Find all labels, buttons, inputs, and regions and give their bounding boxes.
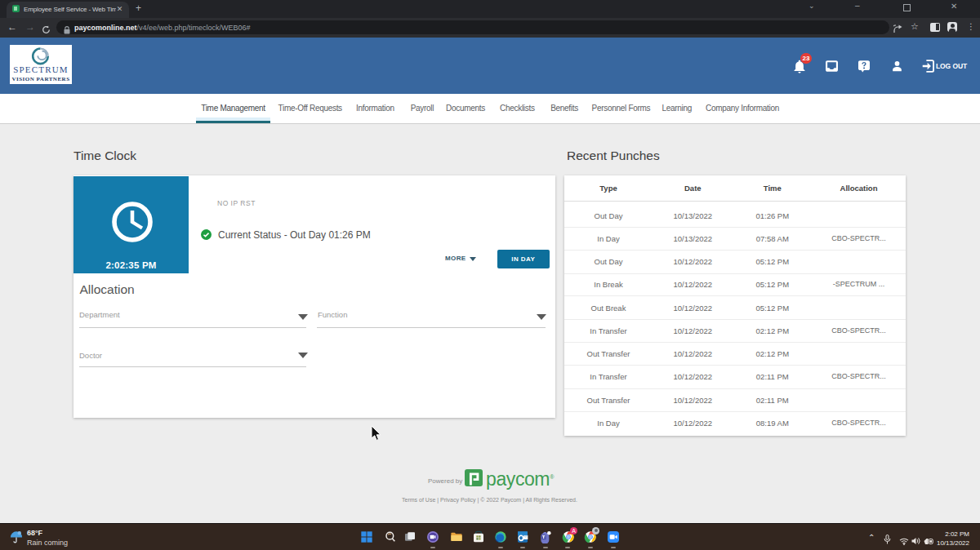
svg-text:SPECTRUM: SPECTRUM xyxy=(13,64,69,74)
svg-text:VISION PARTNERS: VISION PARTNERS xyxy=(11,76,69,82)
